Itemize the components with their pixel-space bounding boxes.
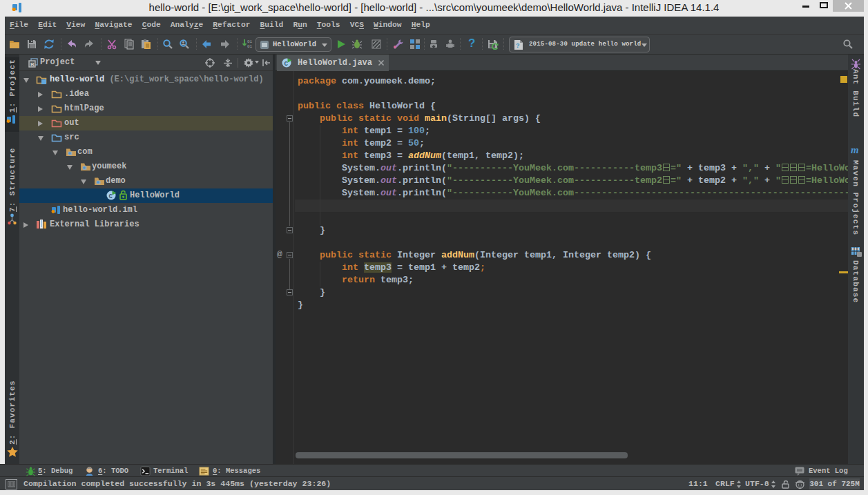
svg-text:B: B <box>30 61 35 68</box>
svg-text:?: ? <box>516 42 520 49</box>
svg-text:01: 01 <box>247 44 253 49</box>
svg-text:01: 01 <box>247 39 253 44</box>
